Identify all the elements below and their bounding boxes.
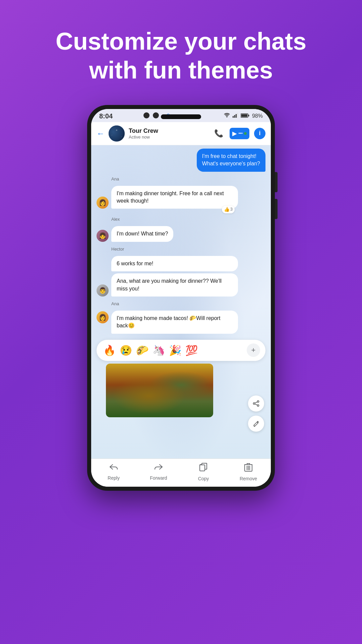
svg-point-9	[253, 402, 255, 404]
svg-rect-17	[200, 465, 205, 471]
alex-bubble: I'm down! What time?	[111, 226, 173, 241]
svg-rect-3	[236, 114, 237, 118]
header-info: Tour Crew Active now	[129, 127, 208, 140]
thumbs-reaction: 👍 3	[222, 206, 235, 214]
ana-bubble: I'm making dinner tonight. Free for a ca…	[111, 186, 238, 209]
battery-icon	[241, 113, 249, 119]
phone-camera-left	[143, 112, 149, 118]
ana2-column: I'm making home made tacos! 🌮Will report…	[111, 311, 238, 334]
svg-rect-7	[248, 115, 249, 116]
phone-wrapper: 8:04 ⬡	[87, 105, 275, 507]
reaction-party[interactable]: 🎉	[168, 343, 183, 358]
svg-rect-1	[233, 116, 234, 118]
video-ellipsis: •••	[238, 131, 243, 136]
ana2-bubble: I'm making home made tacos! 🌮Will report…	[111, 311, 238, 334]
sent-message: I'm free to chat tonight!What's everyone…	[197, 149, 265, 172]
share-button[interactable]	[248, 395, 264, 412]
ana2-text: I'm making home made tacos! 🌮Will report…	[117, 315, 220, 328]
reaction-100[interactable]: 💯	[184, 343, 199, 358]
hector-sender-label: Hector	[97, 246, 265, 252]
forward-label: Forward	[150, 475, 167, 481]
reaction-count: 3	[230, 206, 233, 212]
ana2-sender-label: Ana	[97, 301, 265, 307]
alex-sender-label: Alex	[97, 216, 265, 222]
remove-icon	[244, 463, 252, 474]
reply-label: Reply	[108, 475, 120, 481]
reaction-fire[interactable]: 🔥	[102, 343, 117, 358]
side-button-vol	[275, 172, 278, 192]
chat-name: Tour Crew	[129, 127, 208, 135]
phone-speaker	[161, 114, 201, 119]
bottom-bar: Reply Forward	[91, 459, 271, 487]
reaction-taco[interactable]: 🌮	[135, 343, 150, 358]
ana2-avatar: 👩	[97, 311, 109, 323]
phone-screen: 8:04 ⬡	[91, 109, 271, 487]
reaction-sad[interactable]: 😢	[118, 343, 133, 358]
active-dot	[244, 132, 247, 135]
reaction-add-button[interactable]: +	[247, 343, 260, 357]
group-avatar[interactable]	[109, 125, 125, 142]
remove-label: Remove	[240, 476, 257, 481]
status-time: 8:04	[99, 112, 113, 120]
alex-text: I'm down! What time?	[117, 231, 168, 236]
app-header: ← Tour Crew Active now 📞 ▶ •••	[91, 122, 271, 145]
forward-icon	[154, 463, 163, 473]
ana-avatar: 👩	[97, 197, 109, 209]
video-button[interactable]: ▶ •••	[230, 128, 249, 139]
alex-message-group: 👧 I'm down! What time?	[97, 226, 265, 241]
hector-avatar: 👨	[97, 284, 109, 297]
reply-action[interactable]: Reply	[100, 463, 127, 481]
status-icons: 98%	[224, 113, 263, 119]
wifi-icon	[224, 113, 230, 119]
copy-icon	[199, 463, 207, 474]
side-button-vol2	[275, 199, 278, 219]
signal-icon	[233, 113, 238, 119]
headline: Customize your chats with fun themes	[36, 27, 326, 85]
reaction-bar[interactable]: 🔥 😢 🌮 🦄 🎉 💯 +	[97, 340, 265, 361]
phone-icon: 📞	[214, 129, 223, 138]
edit-button[interactable]	[248, 416, 264, 432]
ana-message-group: 👩 I'm making dinner tonight. Free for a …	[97, 186, 265, 209]
sent-message-text: I'm free to chat tonight!What's everyone…	[202, 153, 260, 166]
reaction-unicorn[interactable]: 🦄	[151, 343, 166, 358]
battery-percent: 98%	[252, 113, 263, 119]
info-button[interactable]: i	[254, 128, 265, 139]
float-actions	[248, 395, 264, 432]
copy-action[interactable]: Copy	[190, 463, 217, 481]
headline-line1: Customize your chats	[56, 28, 306, 55]
hector-column: 6 works for me! Ana, what are you making…	[111, 256, 238, 297]
phone-camera-right	[153, 112, 159, 118]
alex-avatar: 👧	[97, 230, 109, 242]
svg-point-0	[226, 116, 227, 117]
svg-rect-6	[241, 114, 247, 117]
ana-column: I'm making dinner tonight. Free for a ca…	[111, 186, 238, 209]
chat-area: I'm free to chat tonight!What's everyone…	[91, 145, 271, 459]
call-button[interactable]: 📞	[212, 127, 225, 140]
hector-text1: 6 works for me!	[117, 261, 153, 266]
hector-bubble2: Ana, what are you making for dinner?? We…	[111, 273, 238, 297]
svg-point-10	[257, 405, 259, 406]
remove-action[interactable]: Remove	[235, 463, 262, 481]
taco-image	[106, 364, 213, 417]
svg-point-8	[257, 400, 259, 402]
chat-area-wrapper: I'm free to chat tonight!What's everyone…	[91, 145, 271, 459]
ana-text: I'm making dinner tonight. Free for a ca…	[117, 191, 224, 204]
back-button[interactable]: ←	[97, 129, 105, 138]
hector-text2: Ana, what are you making for dinner?? We…	[117, 278, 222, 291]
chat-messages: I'm free to chat tonight!What's everyone…	[91, 145, 271, 337]
svg-rect-2	[234, 115, 235, 118]
headline-line2: with fun themes	[89, 57, 273, 84]
hector-bubble1: 6 works for me!	[111, 256, 238, 271]
ana-sender-label: Ana	[97, 176, 265, 182]
info-icon: i	[259, 130, 260, 137]
chat-status: Active now	[129, 135, 208, 140]
video-icon: ▶	[232, 130, 237, 137]
svg-line-11	[255, 402, 257, 403]
header-actions: 📞 ▶ ••• i	[212, 127, 265, 140]
svg-line-12	[255, 404, 257, 405]
svg-rect-4	[237, 113, 238, 118]
reply-icon	[109, 463, 118, 473]
forward-action[interactable]: Forward	[145, 463, 172, 481]
hector-message-group: 👨 6 works for me! Ana, what are you maki…	[97, 256, 265, 297]
phone-outer: 8:04 ⬡	[87, 105, 275, 491]
